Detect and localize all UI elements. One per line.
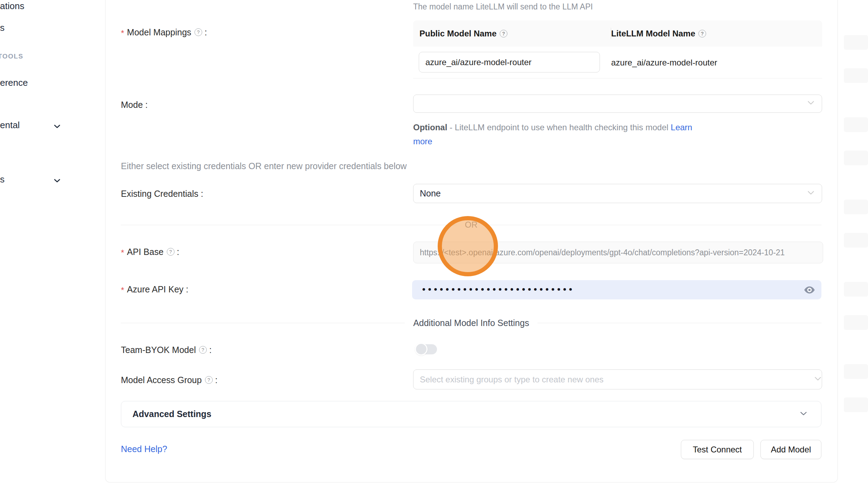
sidebar-item-ations[interactable]: ations [0, 1, 24, 12]
help-glyph: ? [502, 31, 505, 36]
help-glyph: ? [201, 347, 204, 353]
model-mappings-label: * Model Mappings ? : [121, 27, 207, 38]
toggle-knob [415, 343, 428, 355]
colon: : [145, 100, 148, 110]
skeleton-bar [844, 364, 868, 379]
mode-select[interactable] [413, 95, 822, 113]
help-icon[interactable]: ? [205, 376, 213, 384]
or-divider-text: OR [465, 220, 478, 230]
model-access-group-input[interactable] [413, 369, 822, 389]
divider-line [538, 323, 821, 323]
skeleton-bar [844, 397, 868, 412]
divider-line [121, 225, 457, 225]
litellm-model-name-value: azure_ai/azure-model-router [611, 47, 717, 78]
sidebar: ations s TOOLS erence ental s [0, 0, 105, 485]
masked-api-key-value: •••••••••••••••••••••••••• [421, 280, 574, 299]
colon: : [205, 27, 207, 37]
colon: : [177, 247, 179, 257]
api-base-label-text: API Base [127, 247, 163, 257]
azure-api-key-label: * Azure API Key : [121, 284, 189, 295]
skeleton-bar [844, 282, 868, 297]
public-model-name-header-text: Public Model Name [419, 29, 497, 39]
or-divider: OR [121, 220, 821, 230]
model-mappings-label-text: Model Mappings [127, 27, 191, 37]
help-glyph: ? [701, 31, 704, 36]
additional-settings-divider: Additional Model Info Settings [121, 318, 821, 328]
team-byok-label: Team-BYOK Model ? : [121, 344, 212, 355]
required-marker: * [121, 28, 124, 38]
help-glyph: ? [169, 249, 172, 255]
column-header-public-model-name: Public Model Name ? [413, 20, 611, 47]
team-byok-label-text: Team-BYOK Model [121, 345, 196, 355]
sidebar-item-s2[interactable]: s [0, 174, 5, 185]
skeleton-bar [844, 68, 868, 83]
skeleton-bar [844, 117, 868, 132]
table-row: azure_ai/azure-model-router [413, 47, 822, 78]
colon: : [215, 375, 218, 385]
help-icon[interactable]: ? [698, 30, 706, 37]
advanced-settings-panel[interactable]: Advanced Settings [121, 401, 821, 427]
team-byok-toggle[interactable] [416, 344, 437, 354]
add-model-form-panel: The model name LiteLLM will send to the … [105, 0, 838, 483]
colon: : [209, 345, 212, 355]
colon: : [186, 284, 189, 295]
model-access-group-label: Model Access Group ? : [121, 374, 218, 386]
skeleton-bar [844, 315, 868, 330]
background-skeleton [841, 0, 868, 485]
add-model-button[interactable]: Add Model [760, 440, 821, 459]
skeleton-bar [844, 151, 868, 165]
mode-hint-text: - LiteLLM endpoint to use when health ch… [450, 123, 668, 132]
help-icon[interactable]: ? [500, 30, 507, 37]
required-marker: * [121, 285, 124, 295]
help-icon[interactable]: ? [199, 346, 207, 354]
advanced-settings-title: Advanced Settings [132, 409, 799, 419]
chevron-down-icon [813, 374, 822, 384]
column-header-litellm-model-name: LiteLLM Model Name ? [611, 20, 822, 47]
help-glyph: ? [207, 377, 210, 383]
help-glyph: ? [197, 29, 200, 35]
mode-hint-bold: Optional [413, 123, 447, 132]
skeleton-bar [844, 200, 868, 214]
required-marker: * [121, 248, 124, 258]
existing-credentials-value: None [420, 188, 441, 199]
chevron-down-icon[interactable] [53, 122, 62, 132]
colon: : [201, 189, 203, 199]
chevron-down-icon [799, 409, 808, 420]
azure-api-key-label-text: Azure API Key [127, 284, 183, 295]
model-mappings-table: Public Model Name ? LiteLLM Model Name ?… [413, 20, 822, 78]
existing-credentials-select[interactable]: None [413, 184, 822, 203]
help-icon[interactable]: ? [167, 248, 175, 256]
mode-hint: Optional - LiteLLM endpoint to use when … [413, 120, 709, 148]
mode-label: Mode : [121, 99, 148, 110]
skeleton-bar [844, 35, 868, 50]
additional-settings-divider-text: Additional Model Info Settings [413, 318, 529, 328]
eye-icon[interactable] [803, 284, 816, 296]
model-access-group-label-text: Model Access Group [121, 375, 202, 385]
sidebar-item-erence[interactable]: erence [0, 77, 28, 88]
mode-label-text: Mode [121, 100, 143, 110]
chevron-down-icon [806, 188, 815, 199]
skeleton-bar [844, 233, 868, 248]
existing-credentials-label: Existing Credentials : [121, 188, 203, 199]
existing-credentials-label-text: Existing Credentials [121, 189, 198, 199]
public-model-name-input[interactable] [419, 52, 600, 72]
chevron-down-icon[interactable] [53, 176, 62, 187]
chevron-down-icon [806, 98, 815, 109]
litellm-model-name-header-text: LiteLLM Model Name [611, 29, 695, 39]
credentials-note: Either select existing credentials OR en… [121, 161, 407, 171]
sidebar-section-tools: TOOLS [0, 53, 23, 60]
help-icon[interactable]: ? [194, 28, 202, 36]
test-connect-button[interactable]: Test Connect [681, 440, 754, 459]
divider-line [486, 225, 822, 225]
api-base-label: * API Base ? : [121, 246, 179, 257]
model-mappings-table-header: Public Model Name ? LiteLLM Model Name ? [413, 20, 822, 47]
need-help-link[interactable]: Need Help? [121, 444, 167, 454]
sidebar-item-s1[interactable]: s [0, 22, 5, 33]
azure-api-key-input[interactable]: •••••••••••••••••••••••••• [412, 280, 821, 299]
divider-line [121, 323, 405, 323]
api-base-input[interactable]: https://<test>.openai.azure.com/openai/d… [413, 242, 823, 263]
sidebar-item-ental[interactable]: ental [0, 120, 20, 131]
model-name-hint: The model name LiteLLM will send to the … [413, 2, 593, 12]
